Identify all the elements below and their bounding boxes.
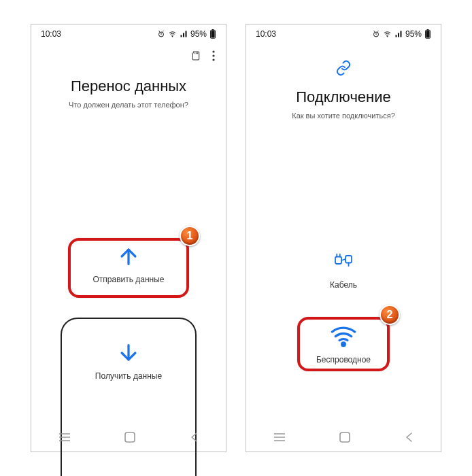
signal-icon [180, 30, 188, 38]
battery-icon [424, 29, 431, 39]
cable-option[interactable]: Кабель [330, 248, 357, 290]
page-title: Подключение [246, 88, 441, 106]
signal-icon [394, 30, 403, 38]
phone-screen-1: 10:03 95% Перенос данных Что должен [31, 24, 226, 452]
page-subtitle: Как вы хотите подключиться? [246, 112, 441, 120]
battery-icon [209, 29, 216, 39]
svg-rect-15 [345, 256, 352, 263]
alarm-icon [157, 30, 165, 38]
receive-data-option[interactable]: Получить данные [50, 341, 207, 381]
svg-point-1 [172, 36, 173, 37]
page-subtitle: Что должен делать этот телефон? [31, 101, 226, 109]
nav-recent-icon[interactable] [273, 432, 286, 442]
nav-bar [31, 428, 226, 446]
phone-screen-2: 10:03 95% Подключение Как вы хотите подк… [246, 24, 441, 452]
annotation-highlight-1 [68, 238, 189, 298]
svg-rect-17 [340, 432, 350, 442]
sd-card-icon[interactable] [190, 50, 201, 62]
status-bar: 10:03 95% [31, 24, 226, 44]
nav-home-icon[interactable] [124, 432, 135, 443]
svg-rect-12 [427, 29, 429, 30]
status-time: 10:03 [41, 29, 61, 39]
wifi-icon [383, 30, 392, 38]
alarm-icon [372, 30, 380, 38]
annotation-badge-2: 2 [380, 305, 400, 325]
page-title: Перенос данных [31, 78, 226, 95]
more-icon[interactable] [212, 50, 215, 61]
svg-rect-8 [125, 432, 135, 442]
svg-rect-13 [426, 31, 429, 37]
annotation-badge-1: 1 [180, 226, 200, 246]
svg-point-10 [387, 36, 388, 37]
link-icon [246, 60, 441, 79]
nav-back-icon[interactable] [189, 432, 199, 443]
annotation-highlight-2 [297, 317, 390, 371]
svg-rect-3 [212, 29, 214, 30]
battery-text: 95% [190, 29, 207, 39]
device-outline-icon [50, 313, 207, 476]
cable-icon [331, 248, 356, 272]
battery-text: 95% [405, 29, 422, 39]
nav-bar [246, 428, 441, 446]
svg-point-5 [212, 50, 214, 52]
nav-back-icon[interactable] [404, 432, 414, 443]
svg-rect-14 [335, 257, 341, 265]
status-right: 95% [372, 29, 431, 39]
svg-point-7 [212, 58, 214, 61]
cable-label: Кабель [330, 280, 357, 290]
svg-rect-4 [211, 31, 214, 37]
status-right: 95% [157, 29, 216, 39]
app-bar [31, 44, 226, 68]
arrow-down-icon [117, 341, 140, 364]
status-time: 10:03 [256, 29, 276, 39]
status-bar: 10:03 95% [246, 24, 441, 44]
receive-data-label: Получить данные [50, 371, 207, 381]
nav-home-icon[interactable] [339, 432, 350, 443]
wifi-icon [168, 30, 177, 38]
svg-point-6 [212, 54, 214, 56]
nav-recent-icon[interactable] [58, 432, 71, 442]
page-header: Подключение Как вы хотите подключиться? [246, 88, 441, 120]
page-header: Перенос данных Что должен делать этот те… [31, 78, 226, 109]
receive-container: Получить данные [50, 313, 207, 476]
